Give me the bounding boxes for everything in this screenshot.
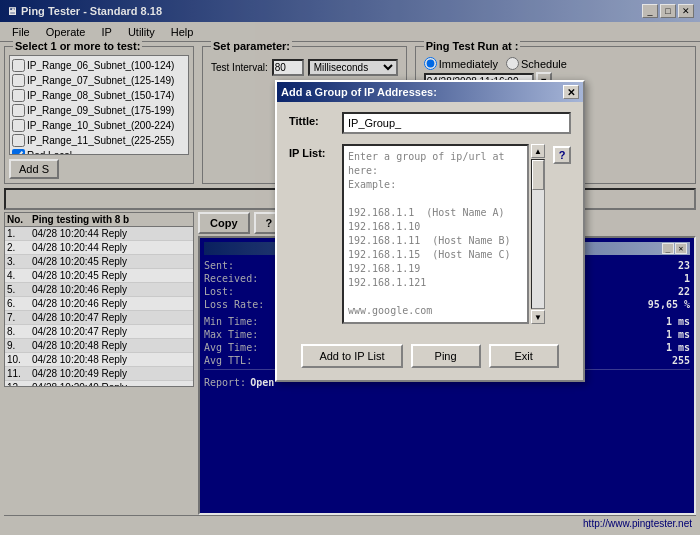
modal-title-input[interactable] [342,112,571,134]
modal-iplist-textarea[interactable]: Enter a group of ip/url at here: Example… [342,144,529,324]
modal-overlay: Add a Group of IP Addresses: ✕ Tittle: I… [0,0,700,535]
modal-body: Tittle: IP List: Enter a group of ip/url… [277,102,583,344]
modal-close-button[interactable]: ✕ [563,85,579,99]
scroll-track[interactable] [531,159,545,309]
modal-scrollbar: ▲ ▼ [531,144,545,324]
modal-iplist-row: IP List: Enter a group of ip/url at here… [289,144,571,324]
exit-button[interactable]: Exit [489,344,559,368]
modal-textarea-wrapper: Enter a group of ip/url at here: Example… [342,144,545,324]
modal-footer: Add to IP List Ping Exit [277,344,583,380]
modal-iplist-label: IP List: [289,144,334,159]
modal-title-bar: Add a Group of IP Addresses: ✕ [277,82,583,102]
modal-dialog: Add a Group of IP Addresses: ✕ Tittle: I… [275,80,585,382]
scroll-thumb[interactable] [532,160,544,190]
ping-button[interactable]: Ping [411,344,481,368]
modal-title-label: Tittle: [289,112,334,127]
modal-title: Add a Group of IP Addresses: [281,86,437,98]
modal-title-row: Tittle: [289,112,571,134]
scroll-up-button[interactable]: ▲ [531,144,545,158]
modal-help-button[interactable]: ? [553,146,571,164]
scroll-down-button[interactable]: ▼ [531,310,545,324]
add-to-ip-list-button[interactable]: Add to IP List [301,344,402,368]
